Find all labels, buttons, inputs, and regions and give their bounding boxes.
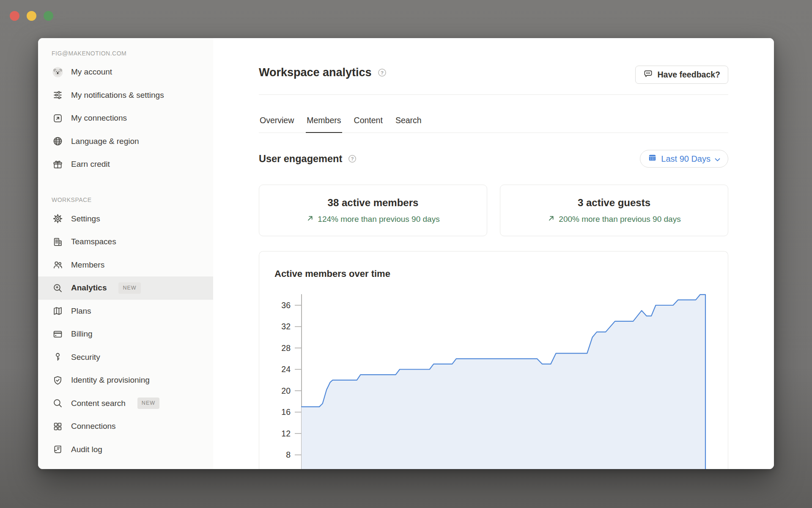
sidebar-item-label: My connections (71, 112, 127, 124)
svg-text:24: 24 (281, 364, 291, 374)
sidebar-item-my-connections[interactable]: My connections (38, 107, 213, 130)
help-icon[interactable]: ? (377, 68, 387, 77)
arrow-up-right-icon (547, 214, 555, 224)
sidebar-item-label: Plans (71, 305, 91, 318)
sidebar-item-audit-log[interactable]: Audit log (38, 438, 213, 461)
magnifier-sparkle-icon (52, 282, 63, 294)
koala-avatar (52, 66, 63, 78)
sidebar-item-identity-provisioning[interactable]: Identity & provisioning (38, 369, 213, 392)
date-range-label: Last 90 Days (661, 154, 710, 164)
svg-text:12: 12 (281, 429, 291, 438)
scroll-icon (52, 444, 63, 456)
help-icon[interactable]: ? (348, 154, 357, 163)
sidebar-item-my-account[interactable]: My account (38, 61, 213, 84)
svg-text:?: ? (351, 156, 354, 161)
grid-icon (52, 420, 63, 432)
shield-check-icon (52, 374, 63, 386)
sidebar-item-analytics[interactable]: Analytics NEW (38, 276, 213, 300)
gift-icon (52, 158, 63, 170)
new-badge: NEW (137, 398, 159, 409)
calendar-icon (648, 153, 657, 164)
svg-text:?: ? (381, 70, 384, 75)
credit-card-icon (52, 328, 63, 340)
close-button[interactable] (10, 11, 19, 21)
sidebar-item-label: My account (71, 66, 112, 78)
sidebar-item-label: Analytics (71, 282, 107, 294)
tab-content[interactable]: Content (353, 116, 384, 133)
sidebar-item-label: Identity & provisioning (71, 374, 150, 387)
sidebar-item-label: Billing (71, 328, 93, 340)
account-email-label: FIG@MAKENOTION.COM (38, 50, 213, 57)
workspace-section-label: WORKSPACE (38, 196, 213, 203)
active-guests-stat-card: 3 active guests 200% more than previous … (500, 185, 728, 236)
sidebar-item-language-region[interactable]: Language & region (38, 130, 213, 153)
settings-dialog: FIG@MAKENOTION.COM My account (38, 38, 774, 469)
stat-delta: 124% more than previous 90 days (306, 214, 439, 224)
sidebar-item-label: Security (71, 351, 100, 364)
building-icon (52, 236, 63, 248)
sidebar-item-label: Earn credit (71, 158, 110, 171)
sidebar-item-label: Connections (71, 420, 116, 433)
sidebar-item-label: Members (71, 259, 104, 271)
tab-search[interactable]: Search (395, 116, 422, 133)
stat-value: 38 active members (328, 197, 419, 209)
svg-text:32: 32 (281, 322, 291, 331)
key-icon (52, 351, 63, 363)
stat-value: 3 active guests (578, 197, 650, 209)
sidebar-item-members[interactable]: Members (38, 254, 213, 277)
minimize-button[interactable] (27, 11, 36, 21)
active-members-area-chart: 363228242016128 (259, 251, 728, 469)
sidebar-item-content-search[interactable]: Content search NEW (38, 392, 213, 415)
page-title: Workspace analytics (259, 66, 372, 79)
svg-text:28: 28 (281, 343, 291, 353)
sidebar-item-plans[interactable]: Plans (38, 300, 213, 323)
sliders-icon (52, 89, 63, 101)
map-icon (52, 305, 63, 317)
user-engagement-header: User engagement ? (259, 150, 728, 168)
section-title: User engagement (259, 153, 342, 165)
zoom-button[interactable] (44, 11, 53, 21)
active-members-chart-card: Active members over time 363228242016128 (259, 251, 728, 469)
chevron-down-icon (715, 154, 720, 164)
sidebar-item-security[interactable]: Security (38, 346, 213, 369)
sidebar-item-label: Language & region (71, 135, 139, 148)
globe-icon (52, 135, 63, 147)
stat-delta-label: 124% more than previous 90 days (318, 215, 439, 224)
arrow-up-right-icon (306, 214, 314, 224)
sidebar-item-label: Audit log (71, 444, 102, 456)
people-icon (52, 259, 63, 271)
feedback-button-label: Have feedback? (658, 70, 721, 80)
svg-text:16: 16 (281, 407, 291, 417)
sidebar-item-settings[interactable]: Settings (38, 207, 213, 231)
sidebar-item-label: My notifications & settings (71, 89, 164, 102)
analytics-tabs: Overview Members Content Search (259, 116, 728, 133)
window-controls (10, 11, 53, 21)
gear-icon (52, 213, 63, 225)
new-badge: NEW (118, 282, 140, 294)
header-divider (259, 94, 728, 95)
active-members-stat-card: 38 active members 124% more than previou… (259, 185, 487, 236)
sidebar-item-connections[interactable]: Connections (38, 415, 213, 438)
engagement-stats: 38 active members 124% more than previou… (259, 185, 728, 236)
settings-sidebar: FIG@MAKENOTION.COM My account (38, 38, 213, 469)
tab-members[interactable]: Members (306, 116, 342, 133)
sidebar-item-label: Settings (71, 213, 100, 225)
svg-text:36: 36 (281, 301, 291, 310)
arrow-up-right-box-icon (52, 112, 63, 124)
magnifier-icon (52, 398, 63, 409)
have-feedback-button[interactable]: Have feedback? (635, 66, 729, 84)
speech-bubble-icon (643, 69, 653, 81)
svg-text:20: 20 (281, 386, 291, 395)
stat-delta: 200% more than previous 90 days (547, 214, 680, 224)
analytics-main-panel: Workspace analytics ? Have feedback? Ove… (213, 38, 774, 469)
svg-text:8: 8 (286, 450, 291, 459)
tab-overview[interactable]: Overview (259, 116, 295, 133)
date-range-dropdown[interactable]: Last 90 Days (640, 150, 728, 168)
sidebar-item-teamspaces[interactable]: Teamspaces (38, 230, 213, 254)
screen: { "colors": { "accent_blue": "#4480d7", … (0, 0, 812, 508)
sidebar-item-my-notifications-settings[interactable]: My notifications & settings (38, 84, 213, 107)
sidebar-item-earn-credit[interactable]: Earn credit (38, 153, 213, 176)
sidebar-item-label: Content search (71, 398, 126, 410)
sidebar-item-billing[interactable]: Billing (38, 323, 213, 346)
stat-delta-label: 200% more than previous 90 days (559, 215, 680, 224)
